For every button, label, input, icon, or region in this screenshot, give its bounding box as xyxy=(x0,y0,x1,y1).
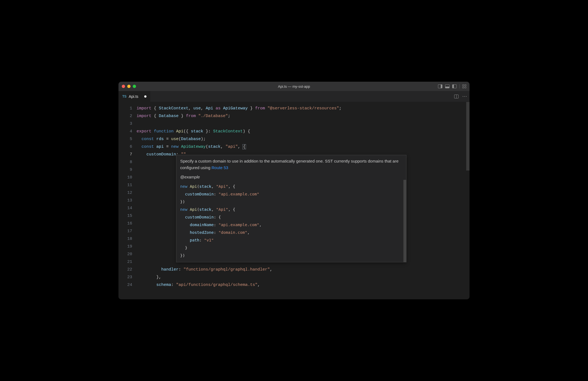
code-line: schema: "api/functions/graphql/schema.ts… xyxy=(137,281,470,289)
line-number: 1 xyxy=(118,105,132,112)
panel-left-icon[interactable] xyxy=(438,84,442,88)
tab-bar: TS Api.ts ··· xyxy=(118,91,470,102)
tab-actions: ··· xyxy=(454,91,467,102)
line-number: 13 xyxy=(118,197,132,204)
line-number: 7 xyxy=(118,151,132,158)
line-number: 14 xyxy=(118,204,132,212)
tab-label: Api.ts xyxy=(129,94,138,99)
line-number: 21 xyxy=(118,258,132,266)
code-line: import { StackContext, use, Api as ApiGa… xyxy=(137,105,470,112)
hover-documentation-popup[interactable]: Specify a custom domain to use in additi… xyxy=(176,155,406,262)
close-icon[interactable] xyxy=(122,85,125,88)
line-number: 5 xyxy=(118,135,132,143)
line-number-gutter: 123456789101112131415161718192021222324 xyxy=(118,102,137,299)
line-number: 19 xyxy=(118,243,132,251)
layout-grid-icon[interactable] xyxy=(462,84,466,88)
line-number: 3 xyxy=(118,120,132,128)
line-number: 22 xyxy=(118,266,132,274)
hover-description: Specify a custom domain to use in additi… xyxy=(180,158,402,171)
maximize-icon[interactable] xyxy=(133,85,136,88)
code-line xyxy=(137,120,470,128)
code-line: export function Api({ stack }: StackCont… xyxy=(137,128,470,135)
code-area[interactable]: import { StackContext, use, Api as ApiGa… xyxy=(137,102,470,299)
separator xyxy=(459,84,460,89)
tab-api-ts[interactable]: TS Api.ts xyxy=(118,91,150,102)
code-line: handler: "functions/graphql/graphql.hand… xyxy=(137,266,470,274)
line-number: 16 xyxy=(118,220,132,228)
line-number: 15 xyxy=(118,212,132,220)
more-actions-icon[interactable]: ··· xyxy=(462,94,467,99)
line-number: 23 xyxy=(118,274,132,281)
line-number: 24 xyxy=(118,281,132,289)
editor[interactable]: 123456789101112131415161718192021222324 … xyxy=(118,102,470,299)
panel-bottom-icon[interactable] xyxy=(445,84,450,88)
line-number: 9 xyxy=(118,166,132,174)
line-number: 12 xyxy=(118,189,132,197)
line-number: 8 xyxy=(118,158,132,166)
code-line: }, xyxy=(137,274,470,281)
code-line: const api = new ApiGateway(stack, "api",… xyxy=(137,143,470,151)
line-number: 6 xyxy=(118,143,132,151)
line-number: 2 xyxy=(118,112,132,120)
titlebar-actions xyxy=(438,84,466,89)
window-title: Api.ts — my-sst-app xyxy=(278,84,310,89)
titlebar[interactable]: Api.ts — my-sst-app xyxy=(118,82,470,91)
code-line: const rds = use(Database); xyxy=(137,135,470,143)
popup-scrollbar[interactable] xyxy=(403,180,406,262)
unsaved-dot-icon xyxy=(144,95,146,98)
traffic-lights xyxy=(122,85,136,88)
hover-example: new Api(stack, "Api", { customDomain: "a… xyxy=(180,183,402,259)
line-number: 4 xyxy=(118,128,132,135)
line-number: 10 xyxy=(118,174,132,181)
line-number: 20 xyxy=(118,251,132,258)
panel-right-icon[interactable] xyxy=(452,84,457,88)
line-number: 17 xyxy=(118,228,132,235)
line-number: 18 xyxy=(118,235,132,243)
route53-link[interactable]: Route 53 xyxy=(211,165,228,170)
vscode-window: Api.ts — my-sst-app TS Api.ts ··· 123456… xyxy=(118,82,470,299)
language-badge: TS xyxy=(122,95,126,98)
line-number: 11 xyxy=(118,181,132,189)
split-editor-icon[interactable] xyxy=(454,95,459,98)
code-line: import { Database } from "./Database"; xyxy=(137,112,470,120)
jsdoc-tag: @example xyxy=(180,174,402,180)
minimize-icon[interactable] xyxy=(127,85,131,88)
